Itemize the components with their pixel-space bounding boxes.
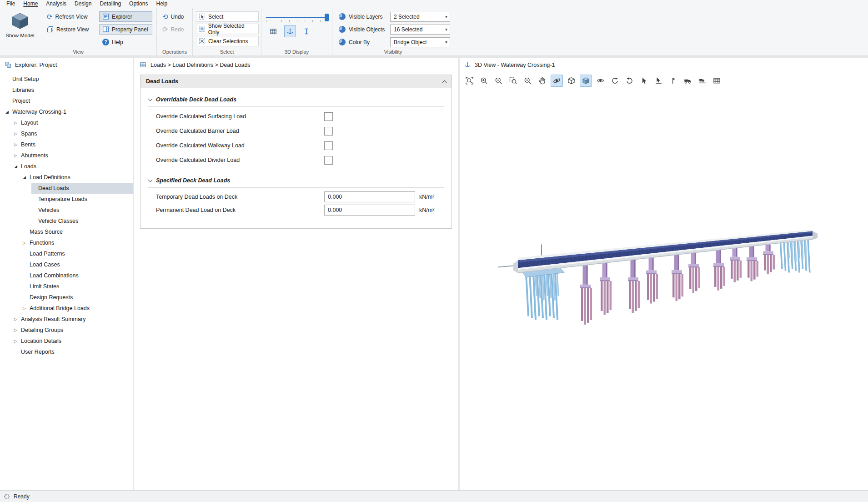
show-model-button[interactable]: Show Model <box>3 10 37 49</box>
station-marker-icon[interactable] <box>667 75 679 87</box>
override-checkbox[interactable] <box>324 127 333 136</box>
shaded-cube-icon[interactable] <box>580 75 592 87</box>
extruded-axes-display-button[interactable] <box>284 25 296 37</box>
select-pointer-icon[interactable] <box>638 75 650 87</box>
tree-item[interactable]: Waterway Crossing-1 <box>5 106 133 117</box>
help-button[interactable]: ? Help <box>99 37 152 47</box>
tree-expander-icon[interactable] <box>14 131 21 136</box>
tree-expander-icon[interactable] <box>5 110 12 114</box>
slider-handle[interactable] <box>325 14 329 21</box>
menu-item[interactable]: Design <box>70 0 95 8</box>
tree-expander-icon[interactable] <box>14 328 21 332</box>
tree-item[interactable]: Limit States <box>23 281 133 292</box>
collapse-chevron-icon[interactable] <box>442 80 447 85</box>
restore-view-button[interactable]: Restore View <box>44 24 92 35</box>
tree-expander-icon[interactable] <box>23 306 30 311</box>
tree-expander-icon[interactable] <box>23 175 30 180</box>
tree-item[interactable]: Loads <box>14 161 133 172</box>
tree-item[interactable]: Functions <box>23 237 133 248</box>
tree-item[interactable]: Vehicles <box>31 205 133 216</box>
tree-item[interactable]: Vehicle Classes <box>31 216 133 226</box>
slider-track[interactable] <box>266 17 328 18</box>
explorer-toggle-button[interactable]: Explorer <box>99 11 152 22</box>
section-chevron-icon[interactable] <box>148 178 153 182</box>
tree-item-label: Functions <box>30 240 54 246</box>
property-panel-toggle-button[interactable]: Property Panel <box>99 24 152 35</box>
overridable-section-header[interactable]: Overridable Deck Dead Loads <box>148 96 444 103</box>
refresh-view-button[interactable]: ⟳ Refresh View <box>44 11 92 22</box>
menu-item[interactable]: Options <box>125 0 152 8</box>
override-checkbox[interactable] <box>324 156 333 165</box>
zoom-extents-icon[interactable] <box>463 75 476 87</box>
tree-item[interactable]: Analysis Result Summary <box>14 314 133 325</box>
moving-load-icon[interactable] <box>696 75 708 87</box>
wireframe-cube-icon[interactable] <box>565 75 577 87</box>
select-button[interactable]: Select <box>196 11 259 22</box>
tree-item[interactable]: Temperature Loads <box>31 194 133 205</box>
menu-item[interactable]: Detailing <box>95 0 125 8</box>
tree-item[interactable]: Unit Setup <box>5 74 133 85</box>
model-viewport[interactable] <box>460 89 868 490</box>
tree-item[interactable]: Detailing Groups <box>14 325 133 336</box>
menu-item[interactable]: Home <box>19 0 42 8</box>
tree-item[interactable]: Location Details <box>14 336 133 346</box>
load-value-input[interactable] <box>324 191 415 202</box>
tree-expander-icon[interactable] <box>14 142 21 147</box>
undo-button[interactable]: ⟲ Undo <box>161 11 192 22</box>
show-selected-only-button[interactable]: Show Selected Only <box>196 24 259 34</box>
zoom-previous-icon[interactable] <box>522 75 534 87</box>
zoom-out-icon[interactable] <box>492 75 505 87</box>
clear-selections-button[interactable]: Clear Selections <box>196 36 259 46</box>
tree-expander-icon[interactable] <box>23 241 30 245</box>
girder-display-button[interactable] <box>301 25 312 37</box>
select-object-icon[interactable] <box>652 75 665 87</box>
property-panel-label: Property Panel <box>112 26 148 33</box>
tree-item[interactable]: Project <box>5 95 133 106</box>
breadcrumb[interactable]: Loads > Load Definitions > Dead Loads <box>151 62 251 68</box>
tree-expander-icon[interactable] <box>14 164 21 169</box>
deck-grid-display-button[interactable] <box>267 25 279 37</box>
tree-item[interactable]: Design Requests <box>23 292 133 303</box>
tree-item[interactable]: Load Patterns <box>23 248 133 259</box>
section-chevron-icon[interactable] <box>148 97 153 101</box>
menu-item[interactable]: Analysis <box>42 0 70 8</box>
tree-item[interactable]: User Reports <box>14 346 133 357</box>
menu-item[interactable]: File <box>2 0 19 8</box>
tree-item[interactable]: Bents <box>14 139 133 150</box>
tree-expander-icon[interactable] <box>14 120 21 125</box>
dead-loads-card-header[interactable]: Dead Loads <box>140 75 452 88</box>
zoom-window-icon[interactable] <box>507 75 519 87</box>
visibility-dropdown[interactable]: 2 Selected ▾ <box>390 12 450 22</box>
specified-section-header[interactable]: Specified Deck Dead Loads <box>148 177 444 184</box>
override-checkbox[interactable] <box>324 112 333 121</box>
tree-item[interactable]: Layout <box>14 117 133 128</box>
tree-item[interactable]: Load Definitions <box>23 172 133 183</box>
visibility-dropdown[interactable]: Bridge Object ▾ <box>390 37 450 47</box>
object-visibility-eye-icon[interactable] <box>594 75 607 87</box>
orbit-icon[interactable] <box>551 75 563 87</box>
tree-item[interactable]: Load Combinations <box>23 270 133 281</box>
override-checkbox[interactable] <box>324 141 333 150</box>
visibility-dropdown[interactable]: 16 Selected ▾ <box>390 25 450 35</box>
pan-icon[interactable] <box>536 75 548 87</box>
vehicle-icon[interactable] <box>682 75 694 87</box>
tree-item[interactable]: Dead Loads <box>31 183 133 194</box>
tree-item[interactable]: Load Cases <box>23 259 133 270</box>
tree-item[interactable]: Libraries <box>5 85 133 95</box>
tree-item[interactable]: Additional Bridge Loads <box>23 303 133 314</box>
tree-expander-icon[interactable] <box>14 339 21 343</box>
tree-item-label: Detailing Groups <box>21 327 63 333</box>
tree-expander-icon[interactable] <box>14 153 21 158</box>
redo-button[interactable]: ⟳ Redo <box>161 24 192 35</box>
tree-item[interactable]: Spans <box>14 128 133 139</box>
tree-item[interactable]: Mass Source <box>23 226 133 237</box>
display-depth-slider[interactable] <box>266 17 328 22</box>
tree-item[interactable]: Abutments <box>14 150 133 161</box>
section-cut-icon[interactable] <box>711 75 723 87</box>
zoom-in-icon[interactable] <box>478 75 490 87</box>
load-value-input[interactable] <box>324 205 415 216</box>
tree-expander-icon[interactable] <box>14 317 21 321</box>
rotate-cw-icon[interactable] <box>609 75 621 87</box>
menu-item[interactable]: Help <box>152 0 171 8</box>
rotate-ccw-icon[interactable] <box>623 75 636 87</box>
